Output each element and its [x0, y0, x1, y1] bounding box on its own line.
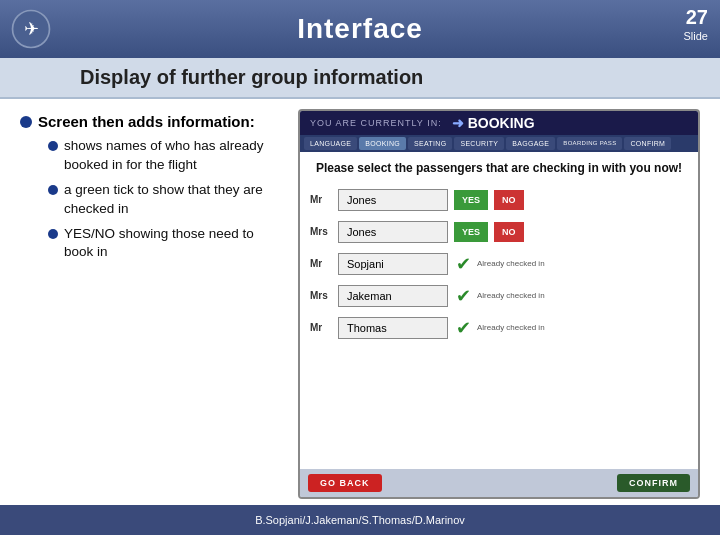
passenger-title-3: Mr — [310, 258, 332, 269]
bullet-dot-1 — [48, 141, 58, 151]
subheader: Display of further group information — [0, 58, 720, 99]
main-bullet-text: Screen then adds information: — [38, 113, 255, 130]
confirm-button[interactable]: CONFIRM — [617, 474, 690, 492]
select-message: Please select the passengers that are ch… — [310, 160, 688, 177]
you-are-in-label: YOU ARE CURRENTLY IN: — [310, 118, 442, 128]
bullet-text-1: shows names of who has already booked in… — [64, 137, 280, 175]
passenger-title-1: Mr — [310, 194, 332, 205]
header: ✈ Interface 27 Slide — [0, 0, 720, 58]
booking-ui-panel: YOU ARE CURRENTLY IN: ➜ BOOKING LANGUAGE… — [298, 109, 700, 499]
passenger-name-3: Sopjani — [338, 253, 448, 275]
footer: B.Sopjani/J.Jakeman/S.Thomas/D.Marinov — [0, 505, 720, 535]
page-title: Interface — [297, 13, 423, 45]
bullet-text-3: YES/NO showing those need to book in — [64, 225, 280, 263]
checked-label-5: Already checked in — [477, 323, 545, 332]
passenger-name-5: Thomas — [338, 317, 448, 339]
tab-boarding-pass[interactable]: BOARDING PASS — [557, 137, 622, 150]
passenger-title-2: Mrs — [310, 226, 332, 237]
checked-label-4: Already checked in — [477, 291, 545, 300]
tab-baggage[interactable]: BAGGAGE — [506, 137, 555, 150]
passenger-title-4: Mrs — [310, 290, 332, 301]
passenger-name-4: Jakeman — [338, 285, 448, 307]
main-content: Screen then adds information: shows name… — [0, 99, 720, 505]
no-button-2[interactable]: NO — [494, 222, 524, 242]
slide-label: Slide — [684, 30, 708, 42]
slide-number: 27 — [686, 6, 708, 29]
go-back-button[interactable]: GO BACK — [308, 474, 382, 492]
bullet-text-2: a green tick to show that they are check… — [64, 181, 280, 219]
bullet-item-1: shows names of who has already booked in… — [48, 137, 280, 175]
main-bullet-item: Screen then adds information: shows name… — [20, 113, 280, 262]
passenger-selection-area: Please select the passengers that are ch… — [300, 152, 698, 469]
booking-label: ➜ BOOKING — [452, 115, 535, 131]
passenger-row-mrs-jones: Mrs Jones YES NO — [310, 219, 688, 245]
plane-icon: ✈ — [10, 8, 52, 50]
checked-tick-3: ✔ — [456, 253, 471, 275]
bullet-item-3: YES/NO showing those need to book in — [48, 225, 280, 263]
checked-tick-4: ✔ — [456, 285, 471, 307]
tab-seating[interactable]: SEATING — [408, 137, 452, 150]
checked-tick-5: ✔ — [456, 317, 471, 339]
left-panel: Screen then adds information: shows name… — [20, 109, 280, 499]
passenger-row-mrs-jakeman: Mrs Jakeman ✔ Already checked in — [310, 283, 688, 309]
passenger-name-2: Jones — [338, 221, 448, 243]
booking-label-text: BOOKING — [468, 115, 535, 131]
tab-booking[interactable]: BOOKING — [359, 137, 406, 150]
bullet-item-2: a green tick to show that they are check… — [48, 181, 280, 219]
no-button-1[interactable]: NO — [494, 190, 524, 210]
sub-bullets-list: shows names of who has already booked in… — [38, 137, 280, 262]
subheader-text: Display of further group information — [80, 66, 423, 88]
nav-tabs: LANGUAGE BOOKING SEATING SECURITY BAGGAG… — [300, 135, 698, 152]
passenger-title-5: Mr — [310, 322, 332, 333]
tab-language[interactable]: LANGUAGE — [304, 137, 357, 150]
yes-button-1[interactable]: YES — [454, 190, 488, 210]
yes-button-2[interactable]: YES — [454, 222, 488, 242]
booking-header: YOU ARE CURRENTLY IN: ➜ BOOKING — [300, 111, 698, 135]
bullet-dot-2 — [48, 185, 58, 195]
tab-confirm[interactable]: CONFIRM — [624, 137, 671, 150]
svg-text:✈: ✈ — [24, 18, 39, 39]
bullet-dot-3 — [48, 229, 58, 239]
passenger-row-mr-thomas: Mr Thomas ✔ Already checked in — [310, 315, 688, 341]
passenger-name-1: Jones — [338, 189, 448, 211]
passenger-row-mr-jones: Mr Jones YES NO — [310, 187, 688, 213]
checked-label-3: Already checked in — [477, 259, 545, 268]
tab-security[interactable]: SECURITY — [454, 137, 504, 150]
passenger-row-mr-sopjani: Mr Sopjani ✔ Already checked in — [310, 251, 688, 277]
footer-text: B.Sopjani/J.Jakeman/S.Thomas/D.Marinov — [255, 514, 465, 526]
arrow-icon: ➜ — [452, 115, 464, 131]
bottom-buttons: GO BACK CONFIRM — [300, 469, 698, 497]
